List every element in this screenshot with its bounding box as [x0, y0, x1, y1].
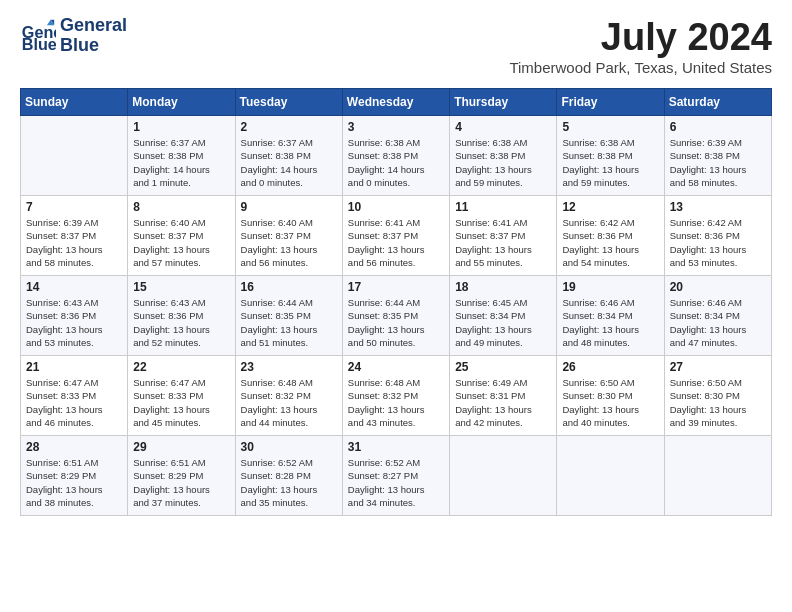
day-detail: Sunrise: 6:52 AM Sunset: 8:27 PM Dayligh… [348, 456, 444, 509]
day-number: 28 [26, 440, 122, 454]
week-row-3: 14Sunrise: 6:43 AM Sunset: 8:36 PM Dayli… [21, 276, 772, 356]
day-number: 2 [241, 120, 337, 134]
day-cell: 31Sunrise: 6:52 AM Sunset: 8:27 PM Dayli… [342, 436, 449, 516]
day-cell [450, 436, 557, 516]
header-cell-monday: Monday [128, 89, 235, 116]
day-cell: 25Sunrise: 6:49 AM Sunset: 8:31 PM Dayli… [450, 356, 557, 436]
day-number: 20 [670, 280, 766, 294]
day-detail: Sunrise: 6:39 AM Sunset: 8:38 PM Dayligh… [670, 136, 766, 189]
day-cell [664, 436, 771, 516]
day-detail: Sunrise: 6:45 AM Sunset: 8:34 PM Dayligh… [455, 296, 551, 349]
day-cell: 10Sunrise: 6:41 AM Sunset: 8:37 PM Dayli… [342, 196, 449, 276]
day-number: 8 [133, 200, 229, 214]
day-detail: Sunrise: 6:43 AM Sunset: 8:36 PM Dayligh… [26, 296, 122, 349]
week-row-2: 7Sunrise: 6:39 AM Sunset: 8:37 PM Daylig… [21, 196, 772, 276]
day-detail: Sunrise: 6:40 AM Sunset: 8:37 PM Dayligh… [133, 216, 229, 269]
day-number: 24 [348, 360, 444, 374]
day-detail: Sunrise: 6:52 AM Sunset: 8:28 PM Dayligh… [241, 456, 337, 509]
day-detail: Sunrise: 6:44 AM Sunset: 8:35 PM Dayligh… [241, 296, 337, 349]
day-cell: 20Sunrise: 6:46 AM Sunset: 8:34 PM Dayli… [664, 276, 771, 356]
day-number: 1 [133, 120, 229, 134]
day-cell: 15Sunrise: 6:43 AM Sunset: 8:36 PM Dayli… [128, 276, 235, 356]
header-cell-friday: Friday [557, 89, 664, 116]
day-cell: 23Sunrise: 6:48 AM Sunset: 8:32 PM Dayli… [235, 356, 342, 436]
day-cell: 18Sunrise: 6:45 AM Sunset: 8:34 PM Dayli… [450, 276, 557, 356]
day-detail: Sunrise: 6:46 AM Sunset: 8:34 PM Dayligh… [670, 296, 766, 349]
day-cell: 21Sunrise: 6:47 AM Sunset: 8:33 PM Dayli… [21, 356, 128, 436]
day-number: 5 [562, 120, 658, 134]
header-cell-saturday: Saturday [664, 89, 771, 116]
day-detail: Sunrise: 6:51 AM Sunset: 8:29 PM Dayligh… [133, 456, 229, 509]
title-area: July 2024 Timberwood Park, Texas, United… [509, 16, 772, 76]
day-detail: Sunrise: 6:44 AM Sunset: 8:35 PM Dayligh… [348, 296, 444, 349]
day-number: 25 [455, 360, 551, 374]
month-year: July 2024 [509, 16, 772, 59]
day-cell: 7Sunrise: 6:39 AM Sunset: 8:37 PM Daylig… [21, 196, 128, 276]
day-number: 27 [670, 360, 766, 374]
header-cell-thursday: Thursday [450, 89, 557, 116]
day-cell: 2Sunrise: 6:37 AM Sunset: 8:38 PM Daylig… [235, 116, 342, 196]
page-header: General Blue General Blue July 2024 Timb… [20, 16, 772, 76]
day-number: 10 [348, 200, 444, 214]
day-number: 13 [670, 200, 766, 214]
day-number: 12 [562, 200, 658, 214]
day-number: 16 [241, 280, 337, 294]
day-number: 3 [348, 120, 444, 134]
day-detail: Sunrise: 6:41 AM Sunset: 8:37 PM Dayligh… [348, 216, 444, 269]
svg-text:Blue: Blue [22, 35, 56, 53]
day-number: 17 [348, 280, 444, 294]
header-cell-tuesday: Tuesday [235, 89, 342, 116]
calendar-header: SundayMondayTuesdayWednesdayThursdayFrid… [21, 89, 772, 116]
day-number: 26 [562, 360, 658, 374]
header-cell-wednesday: Wednesday [342, 89, 449, 116]
day-detail: Sunrise: 6:38 AM Sunset: 8:38 PM Dayligh… [348, 136, 444, 189]
week-row-4: 21Sunrise: 6:47 AM Sunset: 8:33 PM Dayli… [21, 356, 772, 436]
day-cell: 12Sunrise: 6:42 AM Sunset: 8:36 PM Dayli… [557, 196, 664, 276]
day-detail: Sunrise: 6:41 AM Sunset: 8:37 PM Dayligh… [455, 216, 551, 269]
day-detail: Sunrise: 6:40 AM Sunset: 8:37 PM Dayligh… [241, 216, 337, 269]
day-cell: 30Sunrise: 6:52 AM Sunset: 8:28 PM Dayli… [235, 436, 342, 516]
day-detail: Sunrise: 6:50 AM Sunset: 8:30 PM Dayligh… [670, 376, 766, 429]
day-detail: Sunrise: 6:43 AM Sunset: 8:36 PM Dayligh… [133, 296, 229, 349]
day-number: 14 [26, 280, 122, 294]
day-cell: 24Sunrise: 6:48 AM Sunset: 8:32 PM Dayli… [342, 356, 449, 436]
day-cell: 27Sunrise: 6:50 AM Sunset: 8:30 PM Dayli… [664, 356, 771, 436]
day-cell: 28Sunrise: 6:51 AM Sunset: 8:29 PM Dayli… [21, 436, 128, 516]
day-cell: 11Sunrise: 6:41 AM Sunset: 8:37 PM Dayli… [450, 196, 557, 276]
day-cell: 9Sunrise: 6:40 AM Sunset: 8:37 PM Daylig… [235, 196, 342, 276]
day-cell: 29Sunrise: 6:51 AM Sunset: 8:29 PM Dayli… [128, 436, 235, 516]
logo-text: General Blue [60, 16, 127, 56]
day-detail: Sunrise: 6:42 AM Sunset: 8:36 PM Dayligh… [670, 216, 766, 269]
day-number: 30 [241, 440, 337, 454]
day-number: 6 [670, 120, 766, 134]
header-cell-sunday: Sunday [21, 89, 128, 116]
day-cell: 17Sunrise: 6:44 AM Sunset: 8:35 PM Dayli… [342, 276, 449, 356]
day-detail: Sunrise: 6:37 AM Sunset: 8:38 PM Dayligh… [241, 136, 337, 189]
day-cell: 8Sunrise: 6:40 AM Sunset: 8:37 PM Daylig… [128, 196, 235, 276]
day-detail: Sunrise: 6:50 AM Sunset: 8:30 PM Dayligh… [562, 376, 658, 429]
location: Timberwood Park, Texas, United States [509, 59, 772, 76]
day-number: 15 [133, 280, 229, 294]
header-row: SundayMondayTuesdayWednesdayThursdayFrid… [21, 89, 772, 116]
day-cell [557, 436, 664, 516]
day-detail: Sunrise: 6:38 AM Sunset: 8:38 PM Dayligh… [562, 136, 658, 189]
day-detail: Sunrise: 6:39 AM Sunset: 8:37 PM Dayligh… [26, 216, 122, 269]
logo: General Blue General Blue [20, 16, 127, 56]
logo-icon: General Blue [20, 18, 56, 54]
day-cell: 4Sunrise: 6:38 AM Sunset: 8:38 PM Daylig… [450, 116, 557, 196]
day-number: 29 [133, 440, 229, 454]
day-detail: Sunrise: 6:38 AM Sunset: 8:38 PM Dayligh… [455, 136, 551, 189]
calendar-body: 1Sunrise: 6:37 AM Sunset: 8:38 PM Daylig… [21, 116, 772, 516]
day-cell: 16Sunrise: 6:44 AM Sunset: 8:35 PM Dayli… [235, 276, 342, 356]
day-cell: 1Sunrise: 6:37 AM Sunset: 8:38 PM Daylig… [128, 116, 235, 196]
week-row-1: 1Sunrise: 6:37 AM Sunset: 8:38 PM Daylig… [21, 116, 772, 196]
day-number: 22 [133, 360, 229, 374]
day-cell: 6Sunrise: 6:39 AM Sunset: 8:38 PM Daylig… [664, 116, 771, 196]
day-number: 18 [455, 280, 551, 294]
day-detail: Sunrise: 6:42 AM Sunset: 8:36 PM Dayligh… [562, 216, 658, 269]
day-detail: Sunrise: 6:47 AM Sunset: 8:33 PM Dayligh… [26, 376, 122, 429]
day-detail: Sunrise: 6:37 AM Sunset: 8:38 PM Dayligh… [133, 136, 229, 189]
day-cell: 5Sunrise: 6:38 AM Sunset: 8:38 PM Daylig… [557, 116, 664, 196]
day-detail: Sunrise: 6:47 AM Sunset: 8:33 PM Dayligh… [133, 376, 229, 429]
day-cell: 13Sunrise: 6:42 AM Sunset: 8:36 PM Dayli… [664, 196, 771, 276]
